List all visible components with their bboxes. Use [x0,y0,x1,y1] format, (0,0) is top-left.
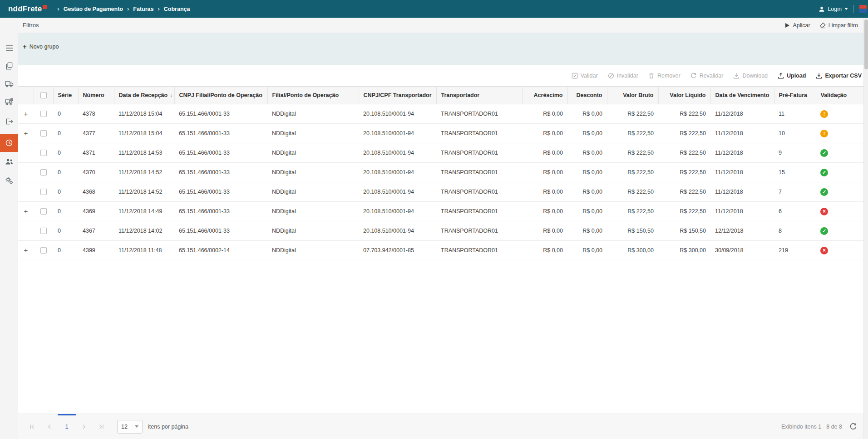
cell-checkbox [34,182,53,202]
cell-filial: NDDigital [267,221,359,241]
column-header-valor-liquido[interactable]: Valor Líquido [658,87,710,104]
column-header-numero[interactable]: Número [78,87,114,104]
column-header-validacao[interactable]: Validação [816,87,863,104]
column-header-data-de-vencimento[interactable]: Data de Vencimento [710,87,774,104]
select-all-checkbox[interactable] [40,92,47,98]
scrollbar-thumb[interactable] [864,20,868,69]
page-size-dropdown[interactable]: 12 [117,420,143,434]
validation-success-icon[interactable]: ✓ [820,149,828,157]
remove-button[interactable]: Remover [648,73,681,79]
row-checkbox[interactable] [40,189,47,195]
validation-warning-icon[interactable]: ! [820,130,828,137]
upload-button[interactable]: Upload [778,73,806,79]
pagination-bar: 1 12 itens por página Exibindo iten [18,414,863,439]
column-header-valor-bruto[interactable]: Valor Bruto [607,87,658,104]
export-csv-icon [816,73,822,79]
sidebar-item-deliveries[interactable] [0,93,18,111]
refresh-grid-button[interactable] [849,423,857,430]
cell-valor-liquido: R$ 222,50 [658,202,710,221]
validate-button[interactable]: Validar [572,73,598,79]
column-header-cnpj-cpf-transportador[interactable]: CNPJ/CPF Transportador [359,87,436,104]
validation-success-icon[interactable]: ✓ [820,227,828,235]
cell-checkbox [34,124,53,143]
row-checkbox[interactable] [40,228,47,234]
sidebar-item-cobranca-active[interactable] [0,134,18,152]
sidebar-item-fleet[interactable] [0,75,18,93]
sidebar-item-settings[interactable] [0,171,18,190]
download-button[interactable]: Download [733,73,768,79]
validation-error-icon[interactable]: × [820,247,828,254]
cell-valor-liquido: R$ 300,00 [658,241,710,260]
app-window: nddFrete › Gestão de Pagamento › Faturas… [0,0,868,439]
expand-row-button[interactable]: + [24,110,28,117]
column-header-acrescimo[interactable]: Acréscimo [522,87,567,104]
column-header-serie[interactable]: Série [53,87,78,104]
cell-desconto: R$ 0,00 [567,241,607,260]
first-page-button[interactable] [25,419,40,434]
apply-filter-button[interactable]: Aplicar [785,22,810,29]
cell-desconto: R$ 0,00 [567,124,607,143]
row-checkbox[interactable] [40,150,47,156]
column-header-label: Transportador [441,92,480,98]
vertical-scrollbar[interactable] [863,18,868,439]
cell-filial: NDDigital [267,124,359,143]
validation-warning-icon[interactable]: ! [820,110,828,118]
previous-page-button[interactable] [42,419,57,434]
column-header-cnpj-filial-ponto-de-operacao[interactable]: CNPJ Filial/Ponto de Operação [174,87,267,104]
last-page-button[interactable] [94,419,109,434]
cell-acrescimo: R$ 0,00 [522,182,567,202]
revalidate-button[interactable]: Revalidar [690,73,724,79]
sidebar-item-exit[interactable] [0,112,18,131]
app-switcher-icon[interactable] [859,5,868,13]
column-header-transportador[interactable]: Transportador [436,87,522,104]
invalidate-button[interactable]: Invalidar [608,73,638,79]
export-csv-button[interactable]: Exportar CSV [816,73,862,79]
column-header-desconto[interactable]: Desconto [567,87,607,104]
cell-data-recepcao: 11/12/2018 15:04 [114,124,174,143]
column-header-label: Valor Líquido [670,92,705,98]
cell-desconto: R$ 0,00 [567,163,607,182]
column-header-filial-ponto-de-operacao[interactable]: Filial/Ponto de Operação [267,87,359,104]
validation-success-icon[interactable]: ✓ [820,188,828,196]
row-checkbox[interactable] [40,169,47,176]
clear-filter-button[interactable]: Limpar filtro [819,22,858,29]
sidebar-item-documents[interactable] [0,57,18,75]
main-content: Filtros Aplicar Limpar filtro + Novo gru… [18,18,863,439]
cell-numero: 4367 [78,221,114,241]
breadcrumb-item-cobranca[interactable]: Cobrança [164,6,190,12]
sidebar-item-users[interactable] [0,152,18,171]
filters-actions: Aplicar Limpar filtro [785,22,859,29]
login-menu[interactable]: Login [819,6,848,12]
column-header-data-de-recepcao[interactable]: Data de Recepção↓ [114,87,174,104]
row-checkbox[interactable] [40,247,47,254]
no-symbol-icon [608,73,614,79]
breadcrumb-item-faturas[interactable]: Faturas [133,6,153,12]
validation-error-icon[interactable]: × [820,208,828,215]
cell-cnpj-transportador: 20.108.510/0001-94 [359,143,436,163]
row-checkbox[interactable] [40,111,47,117]
cell-serie: 0 [53,182,78,202]
validation-success-icon[interactable]: ✓ [820,169,828,176]
expand-row-button[interactable]: + [24,247,28,254]
cell-expand: + [18,241,34,260]
next-page-button[interactable] [76,419,92,434]
row-checkbox[interactable] [40,208,47,215]
app-logo[interactable]: nddFrete [8,5,47,14]
page-number-current[interactable]: 1 [59,419,74,434]
cell-cnpj-transportador: 20.108.510/0001-94 [359,163,436,182]
cell-valor-bruto: R$ 222,50 [607,104,658,124]
cell-validacao: ! [816,104,863,124]
column-header-pre-fatura[interactable]: Pré-Fatura [774,87,816,104]
revalidate-label: Revalidar [700,73,724,79]
breadcrumb-item-gestao-de-pagamento[interactable]: Gestão de Pagamento [64,6,123,12]
expand-row-button[interactable]: + [24,208,28,215]
cell-expand [18,221,34,241]
sidebar-menu-toggle[interactable] [0,39,18,57]
cell-cnpj-transportador: 20.108.510/0001-94 [359,182,436,202]
column-header-label: CNPJ Filial/Ponto de Operação [179,92,262,98]
column-header-expand [18,87,34,104]
expand-row-button[interactable]: + [24,130,28,137]
row-checkbox[interactable] [40,130,47,137]
new-group-button[interactable]: + Novo grupo [23,43,59,50]
column-header-label: Série [58,92,72,98]
